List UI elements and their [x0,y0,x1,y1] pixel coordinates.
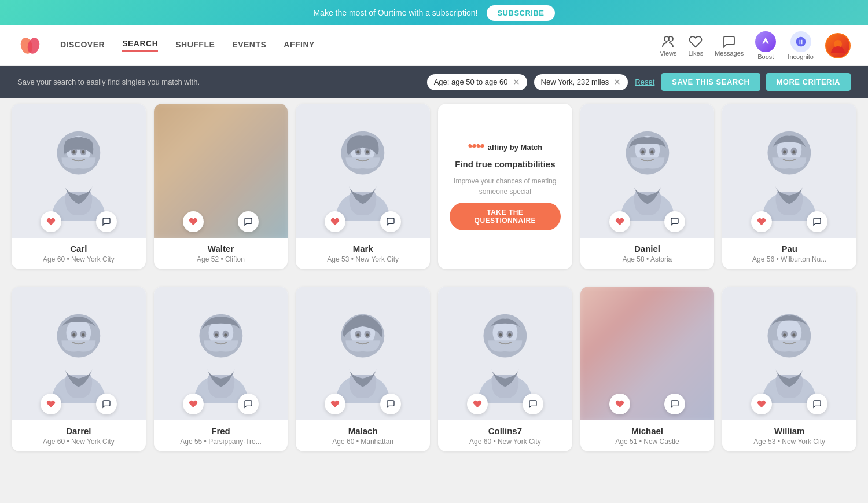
age-filter-tag[interactable]: Age: age 50 to age 60 ✕ [427,74,527,90]
carl-info: Carl Age 60 • New York City [12,238,146,269]
michael-info: Michael Age 51 • New Castle [580,420,715,451]
mark-like-button[interactable] [325,211,345,232]
save-search-button[interactable]: SAVE THIS SEARCH [661,73,760,91]
daniel-name: Daniel [585,244,710,254]
svg-point-35 [82,333,84,336]
svg-point-29 [793,150,796,153]
logo[interactable] [17,33,43,58]
darrel-message-button[interactable] [96,394,117,414]
michael-message-button[interactable] [664,394,685,414]
svg-point-53 [508,333,511,336]
reset-link[interactable]: Reset [635,78,654,86]
profile-card-carl[interactable]: Carl Age 60 • New York City [12,104,146,269]
collins7-like-button[interactable] [467,394,488,414]
main-nav: DISCOVER SEARCH SHUFFLE EVENTS AFFINY [60,39,315,52]
walter-avatar-area [154,104,288,238]
mark-avatar-area [296,104,430,238]
collins7-actions [438,394,572,414]
svg-point-40 [215,333,218,336]
affiny-logo-text: affiny by Match [488,143,543,152]
svg-point-9 [72,150,75,153]
carl-actions [12,211,146,232]
views-nav-item[interactable]: Views [660,35,676,57]
nav-shuffle[interactable]: SHUFFLE [175,40,215,52]
collins7-message-button[interactable] [523,394,543,414]
nav-discover[interactable]: DISCOVER [60,40,105,52]
profile-card-collins7[interactable]: Collins7 Age 60 • New York City [438,287,572,452]
top-banner: Make the most of Ourtime with a subscrip… [0,0,868,25]
search-hint: Save your search to easily find singles … [17,78,420,86]
incognito-nav-item[interactable]: Incognito [788,31,814,60]
mark-info: Mark Age 53 • New York City [296,238,430,269]
nav-affiny[interactable]: AFFINY [284,40,315,52]
profile-card-michael[interactable]: Michael Age 51 • New Castle [580,287,715,452]
pau-message-button[interactable] [807,211,827,232]
daniel-avatar-area [580,104,715,238]
age-filter-remove[interactable]: ✕ [513,77,520,87]
more-criteria-button[interactable]: MORE CRITERIA [766,73,851,91]
messages-label: Messages [715,50,744,57]
svg-point-23 [650,150,653,153]
location-filter-label: New York, 232 miles [541,78,609,86]
svg-point-17 [366,150,369,153]
william-detail: Age 53 • New York City [727,438,852,446]
profile-card-daniel[interactable]: Daniel Age 58 • Astoria [580,104,715,269]
fred-name: Fred [159,426,284,436]
collins7-info: Collins7 Age 60 • New York City [438,420,572,451]
profile-card-mark[interactable]: Mark Age 53 • New York City [296,104,430,269]
walter-message-button[interactable] [238,211,259,232]
svg-point-16 [356,150,359,153]
daniel-actions [580,211,715,232]
affiny-sub: Improve your chances of meeting someone … [450,176,561,197]
malach-message-button[interactable] [380,394,401,414]
search-bar: Save your search to easily find singles … [0,66,868,98]
william-like-button[interactable] [751,394,772,414]
svg-point-46 [356,333,359,336]
mark-detail: Age 53 • New York City [300,255,425,263]
location-filter-tag[interactable]: New York, 232 miles ✕ [534,74,628,90]
malach-like-button[interactable] [325,394,345,414]
svg-point-59 [793,333,796,336]
profile-card-darrel[interactable]: Darrel Age 60 • New York City [12,287,146,452]
carl-like-button[interactable] [41,211,61,232]
mark-message-button[interactable] [380,211,401,232]
nav-search[interactable]: SEARCH [122,39,158,52]
fred-message-button[interactable] [238,394,259,414]
fred-like-button[interactable] [183,394,204,414]
malach-info: Malach Age 60 • Manhattan [296,420,430,451]
daniel-like-button[interactable] [609,211,630,232]
profile-card-fred[interactable]: Fred Age 55 • Parsippany-Tro... [154,287,288,452]
location-filter-remove[interactable]: ✕ [613,77,621,87]
michael-actions [580,394,715,414]
profile-card-william[interactable]: William Age 53 • New York City [722,287,856,452]
darrel-info: Darrel Age 60 • New York City [12,420,146,451]
search-actions: SAVE THIS SEARCH MORE CRITERIA [661,73,851,91]
malach-detail: Age 60 • Manhattan [300,438,425,446]
nav-events[interactable]: EVENTS [232,40,266,52]
profile-card-malach[interactable]: Malach Age 60 • Manhattan [296,287,430,452]
messages-nav-item[interactable]: Messages [715,35,744,57]
collins7-detail: Age 60 • New York City [443,438,568,446]
darrel-like-button[interactable] [41,394,61,414]
svg-point-41 [224,333,227,336]
likes-nav-item[interactable]: Likes [689,35,704,57]
walter-detail: Age 52 • Clifton [159,255,284,263]
collins7-avatar-area [438,287,572,421]
malach-avatar-area [296,287,430,421]
darrel-avatar-area [12,287,146,421]
carl-message-button[interactable] [96,211,117,232]
affiny-tagline: Find true compatibilities [455,158,555,170]
fred-avatar-area [154,287,288,421]
profile-card-walter[interactable]: Walter Age 52 • Clifton [154,104,288,269]
profile-card-pau[interactable]: Pau Age 56 • Wilburton Nu... [722,104,856,269]
boost-nav-item[interactable]: Boost [755,31,776,60]
walter-like-button[interactable] [183,211,204,232]
views-label: Views [660,50,676,57]
pau-like-button[interactable] [751,211,772,232]
michael-like-button[interactable] [609,394,630,414]
daniel-message-button[interactable] [664,211,685,232]
affiny-questionnaire-button[interactable]: TAKE THE QUESTIONNAIRE [450,203,561,230]
subscribe-button[interactable]: SUBSCRIBE [487,5,554,21]
william-message-button[interactable] [807,394,827,414]
user-avatar[interactable] [825,33,851,58]
